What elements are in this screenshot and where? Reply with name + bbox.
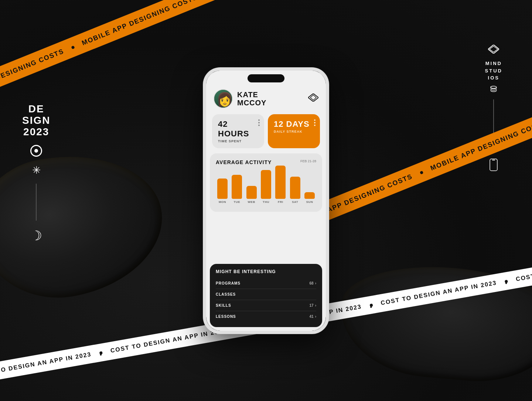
user-info: KATE MCCOY [214,89,266,108]
avatar [214,89,233,108]
avatar-image [214,90,232,108]
daily-streak-label: DAILY STREAK [274,130,314,133]
bar-web-label: WEB [248,200,255,204]
dot-1 [258,119,260,121]
bar-web: WEB [246,186,257,204]
activity-title: AVERAGE ACTIVITY [216,159,272,165]
menu-item-skills[interactable]: SKILLS 17 › [216,300,316,311]
bar-tue-fill [232,175,242,199]
lessons-chevron: › [315,315,316,319]
skills-chevron: › [315,303,316,307]
activity-card: AVERAGE ACTIVITY FEB 21-28 MON TUE [210,153,322,212]
phone-frame: KATE MCCOY 42 HOURS TIME SPENT [203,68,329,334]
interesting-section: MIGHT BE INTERESTING PROGRAMS 68 › CLASS… [210,264,322,327]
stats-row: 42 HOURS TIME SPENT 12 DAYS DAILY STREAK [206,114,326,153]
bar-sun: SUN [304,192,315,204]
lessons-count: 41 › [310,315,316,319]
bar-fri: FRI [275,166,286,204]
user-name: KATE MCCOY [237,91,266,107]
programs-count: 68 › [310,281,316,285]
vertical-line-deco [36,184,37,221]
bar-tue: TUE [232,175,242,204]
phone-mockup: KATE MCCOY 42 HOURS TIME SPENT [203,68,329,334]
bar-thu: THU [261,170,271,204]
svg-rect-3 [490,159,497,171]
bar-sat: SAT [290,177,300,204]
bar-web-fill [246,186,257,199]
bar-sat-label: SAT [292,200,298,204]
daily-streak-number: 12 DAYS [274,119,314,129]
programs-chevron: › [315,281,316,285]
phone-screen: KATE MCCOY 42 HOURS TIME SPENT [206,71,326,331]
moon-icon: ☽ [30,228,42,244]
svg-marker-6 [310,95,316,100]
header-logo-icon [308,94,318,104]
time-spent-dots[interactable] [258,119,260,126]
sun-icon: ✳ [32,164,41,176]
svg-point-2 [491,86,497,88]
database-icon [490,85,498,96]
menu-item-programs[interactable]: PROGRAMS 68 › [216,278,316,289]
brand-name-label: MIND STUD IOS [485,60,502,82]
dot-3 [258,125,260,126]
brand-logo-icon [488,44,499,56]
svg-rect-4 [492,160,495,160]
bar-fri-fill [275,166,286,199]
bar-thu-fill [261,170,271,199]
left-decoration: DE SIGN 2023 ✳ ☽ [22,103,50,244]
design-year-label: DE SIGN 2023 [22,103,50,137]
bar-sun-fill [304,192,315,199]
time-spent-card: 42 HOURS TIME SPENT [212,114,264,148]
dot-2 [314,122,316,123]
bar-sat-fill [290,177,300,199]
interesting-title: MIGHT BE INTERESTING [216,269,316,274]
skills-label: SKILLS [216,303,231,307]
bar-tue-label: TUE [234,200,241,204]
bar-sun-label: SUN [306,200,313,204]
menu-item-lessons[interactable]: LESSONS 41 › [216,311,316,322]
bar-mon-label: MON [219,200,226,204]
bar-fri-label: FRI [278,200,283,204]
dot-2 [258,122,260,123]
bar-mon-fill [217,179,228,199]
daily-streak-card: 12 DAYS DAILY STREAK [268,114,320,148]
dot-3 [314,125,316,126]
classes-label: CLASSES [216,292,236,296]
activity-section: AVERAGE ACTIVITY FEB 21-28 MON TUE [206,153,326,264]
time-spent-number: 42 HOURS [218,119,258,139]
phone-notch [248,74,284,82]
dot-1 [314,119,316,121]
skills-count: 17 › [310,303,316,307]
time-spent-label: TIME SPENT [218,139,258,143]
menu-item-classes[interactable]: CLASSES [216,289,316,300]
daily-streak-dots[interactable] [314,119,316,126]
bar-thu-label: THU [263,200,269,204]
lessons-label: LESSONS [216,315,236,319]
phone-small-icon [490,159,498,173]
circle-icon [30,145,42,157]
programs-label: PROGRAMS [216,281,241,285]
bar-mon: MON [217,179,228,204]
activity-chart: MON TUE WEB THU [216,167,316,204]
